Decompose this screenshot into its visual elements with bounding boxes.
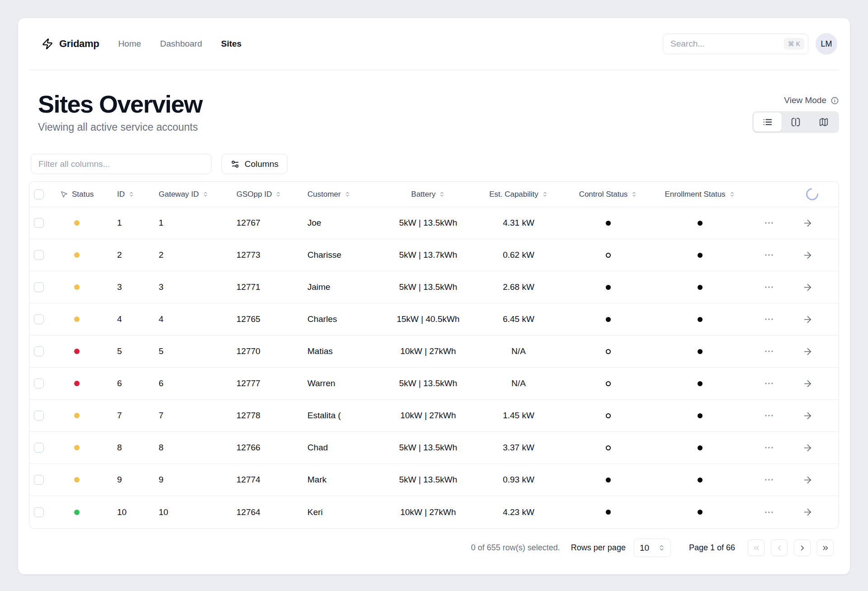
header-enrollment-status[interactable]: Enrollment Status	[652, 190, 747, 199]
est-capability-cell: 4.23 kW	[473, 507, 564, 517]
nav-item-dashboard[interactable]: Dashboard	[160, 39, 202, 49]
row-menu-button[interactable]	[764, 282, 774, 293]
enrollment-status-cell	[652, 253, 747, 258]
view-mode-label: View Mode	[784, 95, 826, 105]
row-open-arrow[interactable]	[802, 475, 813, 485]
row-open-arrow[interactable]	[802, 443, 813, 453]
first-page-button[interactable]	[748, 539, 764, 556]
gateway-id-cell: 5	[145, 346, 223, 356]
row-checkbox[interactable]	[34, 282, 44, 292]
search-input[interactable]	[670, 39, 784, 49]
header-battery-label: Battery	[411, 190, 436, 199]
gsopp-id-cell: 12777	[223, 378, 294, 388]
row-open-arrow[interactable]	[802, 250, 813, 260]
est-capability-cell: 4.31 kW	[473, 218, 564, 228]
row-open-arrow[interactable]	[802, 346, 813, 357]
rows-per-page-value: 10	[640, 543, 649, 553]
table-row: 5 5 12770 Matias 10kW | 27kWh N/A	[29, 336, 839, 368]
gsopp-id-cell: 12770	[223, 346, 294, 356]
row-menu-button[interactable]	[764, 410, 774, 421]
id-cell: 6	[104, 378, 145, 388]
gsopp-id-cell: 12767	[223, 218, 294, 228]
view-mode-segmented-control	[752, 111, 839, 133]
row-open-arrow[interactable]	[802, 314, 813, 325]
row-open-arrow[interactable]	[802, 507, 813, 517]
gsopp-id-cell: 12774	[223, 475, 294, 485]
gsopp-id-cell: 12765	[223, 314, 294, 324]
row-actions-cell	[747, 378, 839, 389]
control-status-dot	[606, 317, 611, 322]
table-row: 10 10 12764 Keri 10kW | 27kWh 4.23 kW	[29, 496, 839, 528]
next-page-button[interactable]	[794, 539, 811, 556]
row-open-arrow[interactable]	[802, 378, 813, 389]
battery-cell: 15kW | 40.5kWh	[383, 314, 473, 324]
battery-cell: 5kW | 13.5kWh	[383, 443, 473, 453]
status-dot	[74, 510, 80, 515]
last-page-button[interactable]	[817, 539, 834, 556]
row-checkbox[interactable]	[34, 507, 44, 517]
view-mode-split-button[interactable]	[782, 113, 810, 132]
page-indicator: Page 1 of 66	[689, 543, 735, 553]
status-dot	[74, 252, 80, 258]
header-customer[interactable]: Customer	[294, 190, 383, 199]
nav-item-sites[interactable]: Sites	[221, 39, 241, 49]
header-id[interactable]: ID	[104, 190, 145, 199]
rows-per-page-select[interactable]: 10	[634, 539, 671, 557]
header-select-cell	[29, 189, 50, 199]
customer-cell: Warren	[294, 378, 383, 388]
gateway-id-cell: 3	[145, 282, 223, 292]
row-checkbox[interactable]	[34, 411, 44, 421]
row-menu-button[interactable]	[764, 217, 774, 228]
row-menu-button[interactable]	[764, 378, 774, 389]
control-status-dot	[606, 221, 611, 226]
table-footer: 0 of 655 row(s) selected. Rows per page …	[29, 539, 839, 557]
control-status-dot	[606, 510, 611, 515]
row-actions-cell	[747, 442, 839, 453]
row-select-cell	[29, 314, 50, 324]
row-checkbox[interactable]	[34, 314, 44, 324]
sort-icon	[729, 191, 735, 197]
row-menu-button[interactable]	[764, 474, 774, 485]
header-gateway-id[interactable]: Gateway ID	[145, 190, 223, 199]
row-open-arrow[interactable]	[802, 282, 813, 293]
status-dot	[74, 381, 80, 386]
header-control-status[interactable]: Control Status	[564, 190, 652, 199]
row-checkbox[interactable]	[34, 346, 44, 356]
row-checkbox[interactable]	[34, 378, 44, 388]
row-menu-button[interactable]	[764, 507, 774, 518]
row-checkbox[interactable]	[34, 443, 44, 453]
control-status-dot	[606, 381, 611, 386]
search-box[interactable]: ⌘ K	[663, 33, 808, 54]
columns-button[interactable]: Columns	[222, 154, 288, 174]
avatar[interactable]: LM	[816, 33, 837, 55]
enrollment-status-dot	[698, 349, 703, 354]
row-open-arrow[interactable]	[802, 218, 813, 228]
list-icon	[763, 117, 773, 127]
row-checkbox[interactable]	[34, 475, 44, 485]
header-gsopp-id[interactable]: GSOpp ID	[223, 190, 294, 199]
brand-logo[interactable]: Gridamp	[42, 38, 99, 50]
row-checkbox[interactable]	[34, 218, 44, 228]
filter-input[interactable]	[31, 154, 212, 174]
select-all-checkbox[interactable]	[34, 189, 44, 199]
header-battery[interactable]: Battery	[383, 190, 473, 199]
header-gsopp-id-label: GSOpp ID	[236, 190, 272, 199]
row-menu-button[interactable]	[764, 346, 774, 357]
row-menu-button[interactable]	[764, 442, 774, 453]
row-open-arrow[interactable]	[802, 411, 813, 421]
table-row: 1 1 12767 Joe 5kW | 13.5kWh 4.31 kW	[29, 207, 839, 239]
row-menu-button[interactable]	[764, 250, 774, 260]
nav-item-home[interactable]: Home	[118, 39, 141, 49]
gateway-id-cell: 4	[145, 314, 223, 324]
row-checkbox[interactable]	[34, 250, 44, 260]
id-cell: 9	[104, 475, 145, 485]
row-select-cell	[29, 346, 50, 356]
view-mode-list-button[interactable]	[754, 113, 782, 132]
header-est-capability[interactable]: Est. Capability	[473, 190, 564, 199]
info-icon[interactable]	[830, 96, 839, 105]
view-mode-map-button[interactable]	[810, 113, 838, 132]
previous-page-button[interactable]	[771, 539, 788, 556]
control-status-dot	[606, 349, 611, 354]
row-menu-button[interactable]	[764, 314, 774, 325]
id-cell: 1	[104, 218, 145, 228]
